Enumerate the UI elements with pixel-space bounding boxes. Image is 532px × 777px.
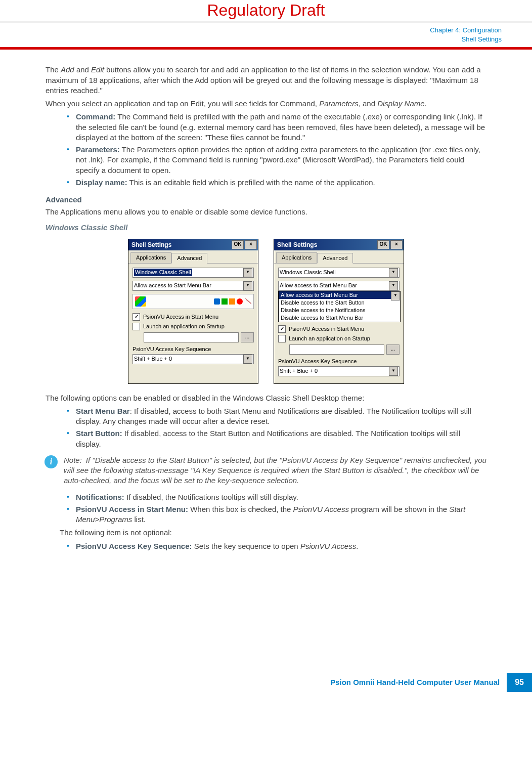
chevron-down-icon[interactable]: ▼ [389, 268, 398, 277]
header-section: Shell Settings [0, 35, 502, 44]
checkbox-row-1: ✓ PsionVU Access in Start Menu [132, 313, 254, 321]
wcs-heading: Windows Classic Shell [46, 223, 486, 233]
list-item[interactable]: Disable access to Start Menu Bar [279, 314, 400, 322]
bullet-list-2: Start Menu Bar: If disabled, access to b… [46, 406, 486, 449]
dialog-body: Windows Classic Shell ▼ Allow access to … [128, 264, 258, 371]
startup-input-row: ... [289, 344, 400, 355]
bullet-start-button: Start Button: If disabled, access to the… [67, 428, 486, 449]
access-dropdown-list[interactable]: ▼ Allow access to Start Menu Bar Disable… [278, 291, 401, 322]
bluetooth-icon [214, 298, 220, 305]
bullet-notifications: Notifications: If disabled, the Notifica… [67, 492, 486, 502]
bullet-command: Command: The Command field is prefilled … [67, 112, 486, 143]
chevron-down-icon[interactable]: ▼ [391, 291, 400, 300]
bullet-list-3: Notifications: If disabled, the Notifica… [46, 492, 486, 525]
paragraph-1: The Add and Edit buttons allow you to se… [46, 65, 486, 96]
dialog-title: Shell Settings [131, 241, 171, 249]
chevron-down-icon[interactable]: ▼ [243, 355, 252, 364]
startup-app-input[interactable] [289, 344, 384, 355]
tab-applications[interactable]: Applications [276, 252, 317, 263]
advanced-text: The Applications menu allows you to enab… [46, 207, 486, 217]
keyseq-label: PsionVU Access Key Sequence [278, 358, 400, 365]
info-icon: i [45, 455, 58, 468]
startup-input-row: ... [144, 332, 254, 342]
battery-icon [229, 298, 235, 305]
bullet-parameters: Parameters: The Parameters option provid… [67, 145, 486, 176]
browse-button[interactable]: ... [241, 332, 254, 342]
bullet-psionvu-keyseq: PsionVU Access Key Sequence: Sets the ke… [67, 541, 486, 551]
bullet-psionvu-access-menu: PsionVU Access in Start Menu: When this … [67, 504, 486, 525]
tab-strip: Applications Advanced [128, 250, 258, 264]
screenshots-row: Shell Settings OK × Applications Advance… [46, 239, 486, 384]
advanced-heading: Advanced [46, 195, 486, 205]
tray-icons [214, 298, 251, 305]
chevron-down-icon[interactable]: ▼ [243, 268, 252, 277]
checkbox-psionvu-access[interactable]: ✓ [132, 313, 140, 321]
list-item[interactable]: Disable access to the Start Button [279, 299, 400, 307]
checkbox-row-2: Launch an application on Startup [278, 335, 400, 342]
close-button[interactable]: × [390, 240, 403, 249]
shell-settings-dialog-2: Shell Settings OK × Applications Advance… [274, 239, 404, 384]
tab-advanced[interactable]: Advanced [317, 253, 353, 264]
checkbox-row-2: Launch an application on Startup [132, 323, 254, 330]
bullet-display-name: Display name: This is an editable field … [67, 178, 486, 188]
ok-button[interactable]: OK [377, 240, 389, 249]
pen-icon [244, 298, 251, 305]
draft-banner: Regulatory Draft [0, 0, 532, 21]
note-block: i Note:If "Disable access to the Start B… [45, 455, 486, 486]
theme-select[interactable]: Windows Classic Shell ▼ [132, 268, 254, 278]
shell-settings-dialog-1: Shell Settings OK × Applications Advance… [128, 239, 258, 384]
paragraph-4: The following item is not optional: [46, 528, 486, 538]
startup-app-input[interactable] [144, 332, 239, 342]
ok-button[interactable]: OK [232, 240, 244, 249]
checkbox-psionvu-access[interactable]: ✓ [278, 325, 286, 333]
footer-page-number: 95 [507, 673, 532, 692]
main-content: The Add and Edit buttons allow you to se… [0, 65, 532, 551]
page-header: Chapter 4: Configuration Shell Settings [0, 21, 532, 47]
keyseq-select[interactable]: Shift + Blue + 0 ▼ [278, 366, 400, 376]
checkbox-launch-startup[interactable] [132, 323, 140, 330]
signal-icon [221, 298, 228, 305]
checkbox-launch-startup[interactable] [278, 335, 286, 342]
browse-button[interactable]: ... [386, 344, 400, 355]
access-select[interactable]: Allow access to Start Menu Bar ▼ [132, 281, 254, 291]
note-text: Note:If "Disable access to the Start But… [64, 455, 486, 486]
header-chapter: Chapter 4: Configuration [0, 26, 502, 35]
bullet-list-1: Command: The Command field is prefilled … [46, 112, 486, 188]
dialog-titlebar: Shell Settings OK × [128, 239, 258, 250]
dialog-body: Windows Classic Shell ▼ Allow access to … [274, 264, 404, 383]
dialog-titlebar: Shell Settings OK × [274, 239, 404, 250]
list-item[interactable]: Disable access to the Notifications [279, 307, 400, 314]
bullet-list-4: PsionVU Access Key Sequence: Sets the ke… [46, 541, 486, 551]
tab-strip: Applications Advanced [274, 250, 404, 264]
checkbox-row-1: ✓ PsionVU Access in Start Menu [278, 325, 400, 333]
chevron-down-icon[interactable]: ▼ [389, 367, 398, 376]
chevron-down-icon[interactable]: ▼ [243, 281, 252, 290]
page-footer: Psion Omnii Hand-Held Computer User Manu… [0, 673, 532, 692]
footer-title: Psion Omnii Hand-Held Computer User Manu… [330, 678, 507, 686]
list-item[interactable]: Allow access to Start Menu Bar [279, 291, 400, 299]
tab-applications[interactable]: Applications [130, 252, 171, 263]
close-button[interactable]: × [245, 240, 257, 249]
red-divider [0, 47, 532, 50]
tab-advanced[interactable]: Advanced [171, 253, 207, 264]
keyseq-select[interactable]: Shift + Blue + 0 ▼ [132, 354, 254, 364]
dialog-title: Shell Settings [277, 241, 317, 249]
paragraph-2: When you select an application and tap o… [46, 99, 486, 109]
paragraph-3: The following options can be enabled or … [46, 393, 486, 403]
windows-flag-icon [135, 296, 146, 307]
status-icon [237, 298, 243, 305]
chevron-down-icon[interactable]: ▼ [389, 281, 398, 290]
taskbar-preview [132, 294, 254, 309]
theme-select[interactable]: Windows Classic Shell ▼ [278, 268, 400, 278]
access-select[interactable]: Allow access to Start Menu Bar ▼ [278, 281, 400, 291]
keyseq-label: PsionVU Access Key Sequence [132, 346, 254, 353]
bullet-start-menu-bar: Start Menu Bar: If disabled, access to b… [67, 406, 486, 427]
